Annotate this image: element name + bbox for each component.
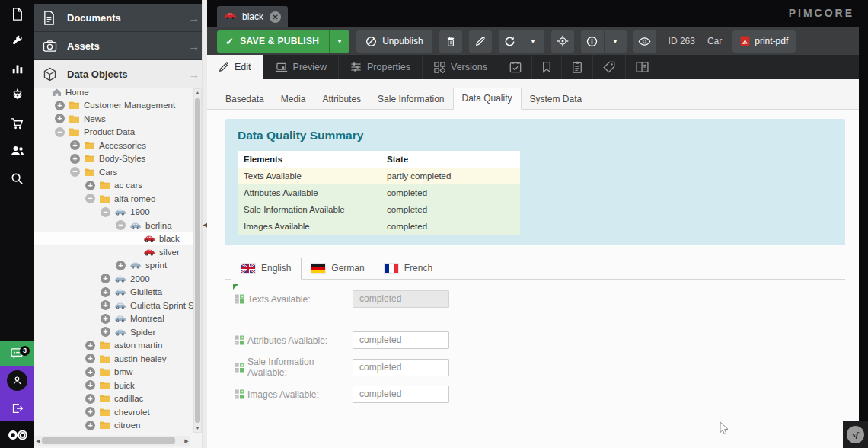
tree-item-montreal[interactable]: +Montreal — [34, 312, 196, 326]
accordion-documents[interactable]: Documents → — [34, 4, 207, 32]
collapse-icon[interactable]: − — [85, 194, 95, 203]
rename-button[interactable] — [469, 30, 492, 53]
tree-item-bmw[interactable]: +bmw — [34, 366, 196, 379]
expand-icon[interactable]: + — [101, 287, 110, 297]
tree-item-gulietta-sprint-specia[interactable]: +Gulietta Sprint Specia — [34, 299, 196, 312]
tree-item-aston-martin[interactable]: +aston martin — [34, 339, 196, 353]
expand-icon[interactable]: + — [85, 394, 95, 404]
layout-tab-system-data[interactable]: System Data — [522, 89, 591, 110]
expand-icon[interactable]: + — [55, 114, 65, 123]
expand-icon[interactable]: + — [85, 421, 95, 430]
tree-vertical-scrollbar[interactable]: ▲ ▼ — [193, 88, 202, 433]
expand-icon[interactable]: + — [101, 274, 110, 283]
layout-tab-attributes[interactable]: Attributes — [314, 89, 369, 110]
tree-horizontal-scrollbar[interactable]: ◀ ▶ — [34, 436, 190, 446]
accordion-data-objects[interactable]: Data Objects → — [34, 60, 207, 88]
expand-icon[interactable]: + — [85, 367, 95, 377]
symfony-debug-badge[interactable]: sf — [843, 421, 868, 448]
tree-item-sprint[interactable]: +sprint — [34, 259, 196, 273]
layout-tab-media[interactable]: Media — [273, 89, 314, 110]
tree-item-buick[interactable]: +buick — [34, 379, 196, 392]
delete-button[interactable] — [439, 30, 462, 53]
reload-button[interactable] — [499, 30, 522, 53]
tree-item-1900[interactable]: −1900 — [34, 206, 196, 219]
view-tab-clipboard[interactable] — [562, 55, 593, 79]
unpublish-button[interactable]: Unpublish — [356, 30, 432, 53]
tree-item-ac-cars[interactable]: +ac cars — [34, 179, 196, 193]
expand-icon[interactable]: + — [70, 154, 80, 164]
tree-item-2000[interactable]: +2000 — [34, 272, 196, 286]
expand-icon[interactable]: + — [85, 380, 95, 390]
collapse-icon[interactable]: − — [116, 220, 126, 230]
field-value-input[interactable]: completed — [353, 359, 449, 376]
cart-rail-icon[interactable] — [0, 110, 34, 137]
expand-icon[interactable]: + — [70, 140, 80, 150]
reload-options-caret[interactable]: ▼ — [522, 30, 544, 53]
tree-item-cars[interactable]: −Cars — [34, 165, 196, 179]
scroll-down-icon[interactable]: ▼ — [194, 424, 201, 432]
info-button[interactable] — [581, 30, 604, 53]
settings-rail-icon[interactable] — [0, 82, 34, 110]
expand-icon[interactable]: + — [85, 341, 95, 350]
logout-rail-icon[interactable] — [0, 395, 34, 421]
profile-rail-icon[interactable] — [0, 366, 34, 395]
field-value-input[interactable]: completed — [353, 386, 449, 403]
expand-icon[interactable]: + — [116, 261, 126, 270]
expand-icon[interactable]: + — [55, 101, 65, 110]
tree-item-home[interactable]: Home — [34, 85, 196, 99]
tree-item-giulietta[interactable]: +Giulietta — [34, 286, 196, 299]
scroll-left-icon[interactable]: ◀ — [34, 436, 42, 446]
tools-rail-icon[interactable] — [0, 27, 34, 55]
documents-rail-icon[interactable] — [0, 0, 34, 27]
collapse-icon[interactable]: − — [70, 167, 80, 177]
tree-item-news[interactable]: +News — [34, 112, 196, 126]
view-tab-edit[interactable]: Edit — [207, 55, 263, 79]
collapse-icon[interactable]: − — [55, 127, 65, 137]
expand-icon[interactable]: + — [101, 300, 110, 310]
view-tab-properties[interactable]: Properties — [339, 55, 423, 79]
view-tab-versions[interactable]: Versions — [423, 55, 499, 79]
tree-item-austin-healey[interactable]: +austin-healey — [34, 352, 196, 366]
expand-icon[interactable]: + — [85, 354, 95, 363]
tree-item-accessories[interactable]: +Accessories — [34, 139, 196, 152]
scroll-up-icon[interactable]: ▲ — [194, 89, 201, 97]
tree-item-alfa-romeo[interactable]: −alfa romeo — [34, 192, 196, 206]
language-tab-french[interactable]: French — [375, 258, 442, 280]
tree-item-cadillac[interactable]: +cadillac — [34, 392, 196, 406]
print-pdf-button[interactable]: print-pdf — [732, 30, 796, 53]
view-tab-tag[interactable] — [593, 55, 626, 79]
scrollbar-thumb[interactable] — [195, 98, 200, 423]
tree-item-product-data[interactable]: −Product Data — [34, 126, 196, 139]
tree-item-customer-management[interactable]: +Customer Management — [34, 99, 196, 113]
tree-item-citroen[interactable]: +citroen — [34, 419, 196, 433]
save-options-caret[interactable]: ▼ — [329, 30, 349, 53]
expand-icon[interactable]: + — [101, 314, 110, 324]
search-rail-icon[interactable] — [0, 165, 34, 192]
tree-item-spider[interactable]: +Spider — [34, 325, 196, 339]
locate-in-tree-button[interactable] — [551, 30, 574, 53]
users-rail-icon[interactable] — [0, 137, 34, 165]
tab-black[interactable]: black ✕ — [217, 6, 288, 27]
tree-item-silver[interactable]: silver — [34, 245, 196, 259]
tree-item-black[interactable]: black — [34, 232, 196, 246]
tree-item-body-styles[interactable]: +Body-Styles — [34, 152, 196, 166]
info-options-caret[interactable]: ▼ — [604, 30, 627, 53]
layout-tab-basedata[interactable]: Basedata — [217, 89, 273, 110]
reports-rail-icon[interactable] — [0, 55, 34, 82]
layout-tab-sale-information[interactable]: Sale Information — [369, 89, 452, 110]
scroll-right-icon[interactable]: ▶ — [183, 436, 190, 446]
open-preview-eye-button[interactable] — [633, 30, 656, 53]
expand-icon[interactable]: + — [85, 181, 95, 190]
notifications-chat-icon[interactable]: 3 — [0, 341, 34, 366]
accordion-assets[interactable]: Assets → — [34, 32, 207, 60]
field-value-input[interactable]: completed — [353, 290, 449, 308]
view-tab-bookmark[interactable] — [532, 55, 562, 79]
expand-icon[interactable]: + — [101, 327, 110, 337]
scrollbar-thumb[interactable] — [42, 437, 175, 444]
tree-item-berlina[interactable]: −berlina — [34, 219, 196, 232]
view-tab-columns[interactable] — [626, 55, 659, 79]
language-tab-english[interactable]: English — [231, 258, 302, 280]
close-tab-icon[interactable]: ✕ — [270, 11, 281, 23]
view-tab-calendar[interactable] — [499, 55, 532, 79]
expand-icon[interactable]: + — [85, 407, 95, 417]
